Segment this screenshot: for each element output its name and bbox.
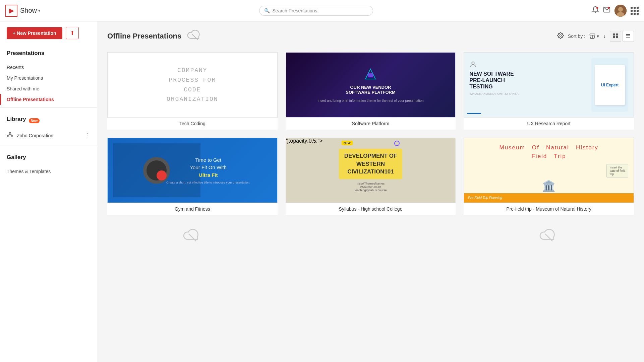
search-input[interactable] [273,8,368,13]
my-presentations-label: My Presentations [7,75,43,81]
sort-control[interactable]: ▾ [589,33,599,39]
list-view-button[interactable] [623,31,634,42]
topnav-right [592,5,639,17]
content-header-right: Sort by : ▾ ↓ [557,31,634,42]
search-bar[interactable]: 🔍 [259,6,373,16]
page-title: Offline Presentations [107,32,181,41]
thumbnail-ux-research: NEW SOFTWAREPRE-LAUNCHTESTING WHOSE AROU… [464,52,634,118]
three-dots-menu-icon[interactable]: ⋮ [84,132,90,139]
library-item-zoho[interactable]: Zoho Corporation ⋮ [0,128,97,143]
gallery-title: Gallery [7,154,90,161]
presentation-name-ux-research: UX Research Report [464,118,634,130]
grid-view-button[interactable] [610,31,621,42]
svg-rect-16 [616,33,618,35]
sidebar-item-themes-templates[interactable]: Themes & Templates [0,166,97,177]
bottom-cloud-center [286,222,456,248]
presentation-name-tech-coding: Tech Coding [107,118,278,130]
sort-chevron-icon: ▾ [597,33,599,39]
svg-rect-13 [590,34,595,35]
zoho-corp-label: Zoho Corporation [17,133,53,138]
gallery-section: Gallery [0,149,97,166]
svg-line-9 [8,134,10,135]
presentations-section: Presentations [0,45,97,62]
user-avatar[interactable] [614,5,627,17]
bottom-offline-row [107,222,634,248]
sidebar-divider-2 [0,146,97,146]
svg-line-10 [10,134,12,135]
thumbnail-syllabus: ');opacity:0.5;"> NEW DEVELOPMENT OFWEST… [286,138,456,203]
shared-with-me-label: Shared with me [7,86,39,91]
presentation-card-syllabus[interactable]: ');opacity:0.5;"> NEW DEVELOPMENT OFWEST… [286,138,456,215]
svg-point-0 [596,7,598,9]
thumbnail-museum: Museum Of Natural HistoryField Trip Inse… [464,138,634,203]
org-icon [7,131,13,140]
library-item-left: Zoho Corporation [7,131,53,140]
app-logo-icon: ▶ [5,5,17,17]
sidebar-item-recents[interactable]: Recents [0,62,97,73]
svg-rect-15 [613,33,615,35]
sidebar-divider-1 [0,107,97,108]
svg-line-25 [189,234,196,241]
presentation-card-ux-research[interactable]: NEW SOFTWAREPRE-LAUNCHTESTING WHOSE AROU… [464,52,634,130]
sidebar: + New Presentation ⬆ Presentations Recen… [0,21,97,362]
apps-grid-icon[interactable] [631,7,639,15]
recents-label: Recents [7,65,24,70]
presentations-title: Presentations [7,50,90,57]
presentation-name-software-platform: Software Platform [286,118,456,130]
svg-point-8 [11,135,13,137]
svg-line-26 [545,234,552,241]
presentation-name-gym-fitness: Gym and Fitness [107,203,278,215]
presentation-card-software-platform[interactable]: OUR NEW VENDORSOFTWARE PLATFORM Insert a… [286,52,456,130]
view-toggle [610,31,634,42]
app-name-chevron: ▾ [38,8,40,13]
mail-icon[interactable] [603,6,610,15]
sidebar-item-shared-with-me[interactable]: Shared with me [0,83,97,94]
presentation-card-gym-fitness[interactable]: Time to GetYour Fit On WithUltra Fit Cre… [107,138,278,215]
content-area: Offline Presentations Sort by : [97,21,644,362]
svg-rect-18 [616,36,618,38]
top-navigation: ▶ Show ▾ 🔍 [0,0,644,21]
library-header: Library New [7,116,90,125]
sort-arrow-icon[interactable]: ↓ [603,33,606,39]
thumbnail-gym-fitness: Time to GetYour Fit On WithUltra Fit Cre… [107,138,278,203]
presentation-card-tech-coding[interactable]: COMPANYPROCESS FORCODEORGANIZATION Tech … [107,52,278,130]
bottom-cloud-right [464,222,634,248]
svg-point-2 [608,7,610,9]
sort-label: Sort by : [568,33,585,39]
notification-bell-icon[interactable] [592,6,599,15]
topnav-left: ▶ Show ▾ [5,5,40,17]
content-header: Offline Presentations Sort by : [107,28,634,44]
thumbnail-tech-coding: COMPANYPROCESS FORCODEORGANIZATION [107,52,278,118]
settings-icon[interactable] [557,32,564,41]
upload-button[interactable]: ⬆ [66,27,79,39]
svg-line-11 [192,34,198,40]
svg-rect-17 [613,36,615,38]
thumbnail-software-platform: OUR NEW VENDORSOFTWARE PLATFORM Insert a… [286,52,456,118]
offline-cloud-icon [187,28,203,44]
new-badge: New [29,118,40,123]
sidebar-item-my-presentations[interactable]: My Presentations [0,73,97,83]
presentation-name-museum: Pre-field trip - Museum of Natural Histo… [464,203,634,215]
library-section: Library New [0,111,97,128]
main-layout: + New Presentation ⬆ Presentations Recen… [0,21,644,362]
svg-point-7 [7,135,9,137]
svg-rect-23 [368,73,373,77]
content-header-left: Offline Presentations [107,28,203,44]
bottom-cloud-left [107,222,278,248]
svg-point-24 [472,62,474,64]
sidebar-item-offline-presentations[interactable]: Offline Presentations [0,94,97,105]
offline-presentations-label: Offline Presentations [7,97,54,102]
presentations-grid: COMPANYPROCESS FORCODEORGANIZATION Tech … [107,52,634,215]
presentation-card-museum[interactable]: Museum Of Natural HistoryField Trip Inse… [464,138,634,215]
svg-point-4 [618,7,623,12]
search-icon: 🔍 [264,8,270,13]
svg-point-6 [9,132,11,134]
new-presentation-button[interactable]: + New Presentation [7,27,62,39]
presentation-name-syllabus: Syllabus - High school College [286,203,456,215]
app-name[interactable]: Show ▾ [20,7,40,14]
button-row: + New Presentation ⬆ [0,21,97,45]
app-name-label: Show [20,7,37,14]
svg-point-12 [560,34,561,36]
themes-templates-label: Themes & Templates [7,169,51,174]
library-title: Library [7,116,26,123]
